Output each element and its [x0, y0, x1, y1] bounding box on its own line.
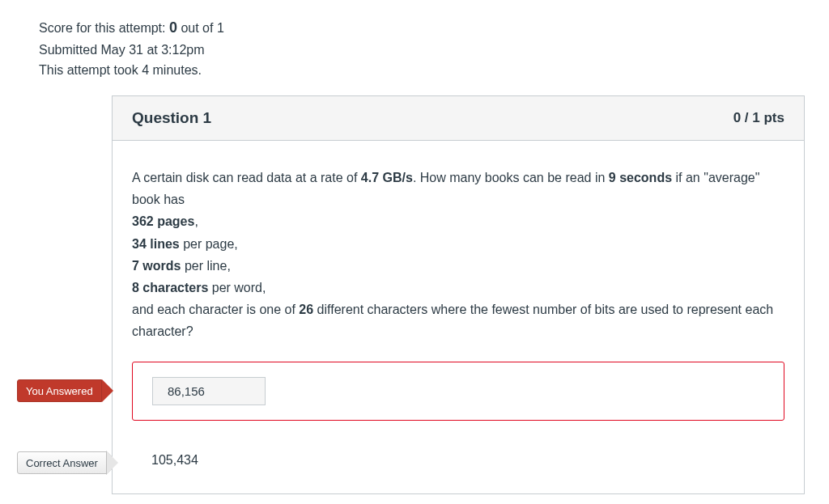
question-header: Question 1 0 / 1 pts [113, 96, 804, 141]
question-title: Question 1 [132, 109, 211, 127]
score-label-suffix: out of 1 [177, 21, 224, 35]
pages-value: 362 pages [132, 214, 194, 228]
flag-arrow-icon [102, 379, 113, 402]
flag-arrow-icon [107, 451, 118, 474]
score-label-prefix: Score for this attempt: [39, 21, 169, 35]
lines-value: 34 lines [132, 237, 180, 251]
attempt-summary: Score for this attempt: 0 out of 1 Submi… [39, 16, 805, 81]
attempt-score-line: Score for this attempt: 0 out of 1 [39, 16, 805, 40]
question-card: Question 1 0 / 1 pts A certain disk can … [112, 95, 805, 495]
seconds-word: seconds [619, 171, 672, 184]
you-answered-label: You Answered [17, 379, 102, 402]
user-answer-value: 86,156 [152, 377, 266, 405]
words-value: 7 words [132, 259, 181, 273]
correct-answer-value: 105,434 [113, 443, 804, 487]
question-points: 0 / 1 pts [733, 110, 784, 126]
chars-value: 8 characters [132, 281, 208, 294]
attempt-duration: This attempt took 4 minutes. [39, 60, 805, 81]
you-answered-flag: You Answered [17, 379, 113, 402]
question-text: A certain disk can read data at a rate o… [113, 141, 804, 362]
correct-answer-label: Correct Answer [17, 451, 107, 474]
seconds-num: 9 [609, 171, 616, 184]
rate-value: 4.7 GB/s [361, 171, 413, 184]
user-answer-box: 86,156 [132, 362, 784, 421]
score-value: 0 [169, 19, 177, 36]
attempt-submitted: Submitted May 31 at 3:12pm [39, 40, 805, 61]
correct-answer-flag: Correct Answer [17, 451, 118, 474]
letters-value: 26 [299, 303, 313, 316]
